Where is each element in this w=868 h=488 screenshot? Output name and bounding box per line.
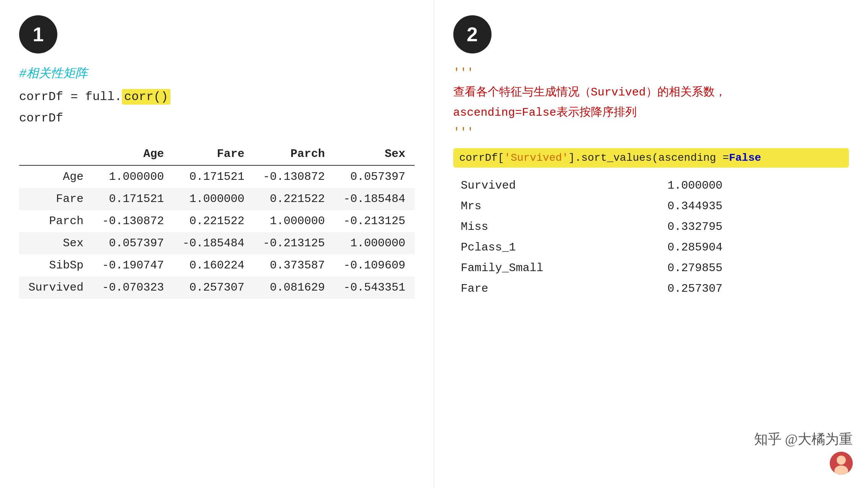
- row-label: Fare: [19, 188, 92, 210]
- cell-value: 1.000000: [92, 165, 173, 188]
- watermark: 知乎 @大橘为重: [754, 430, 853, 477]
- cell-value: 1.000000: [334, 232, 415, 254]
- code-corrdf-assign: corrDf = full.corr(): [19, 88, 415, 106]
- left-panel: 1 #相关性矩阵 corrDf = full.corr() corrDf Age…: [0, 0, 434, 488]
- result-label: Mrs: [453, 196, 615, 217]
- svg-point-1: [837, 456, 846, 465]
- comment-correlation-matrix: #相关性矩阵: [19, 65, 415, 82]
- col-header-age: Age: [92, 143, 173, 165]
- cell-value: 1.000000: [253, 210, 334, 232]
- code-sort-suffix: ].sort_values(ascending =: [568, 152, 729, 164]
- triple-quote-open: ''': [453, 65, 849, 81]
- code-false-keyword: False: [729, 152, 761, 164]
- table-row: Fare0.1715211.0000000.221522-0.185484: [19, 188, 415, 210]
- triple-quote-close: ''': [453, 124, 849, 141]
- result-value: 0.279855: [614, 258, 730, 278]
- sort-values-code: corrDf['Survived'].sort_values(ascending…: [453, 148, 849, 168]
- cell-value: -0.185484: [173, 232, 254, 254]
- correlation-table: Age Fare Parch Sex Age1.0000000.171521-0…: [19, 143, 415, 299]
- result-row: Miss0.332795: [453, 217, 730, 237]
- cell-value: 0.171521: [173, 165, 254, 188]
- badge-1: 1: [19, 15, 57, 53]
- result-label: Miss: [453, 217, 615, 237]
- comment-line-1: 查看各个特征与生成情况（Survived）的相关系数，: [453, 84, 849, 101]
- cell-value: 0.257307: [173, 276, 254, 299]
- code-survived-string: 'Survived': [504, 152, 568, 164]
- result-label: Family_Small: [453, 258, 615, 278]
- cell-value: 0.221522: [253, 188, 334, 210]
- result-row: Mrs0.344935: [453, 196, 730, 217]
- result-table: Survived1.000000Mrs0.344935Miss0.332795P…: [453, 175, 730, 299]
- cell-value: -0.130872: [92, 210, 173, 232]
- table-row: Parch-0.1308720.2215221.000000-0.213125: [19, 210, 415, 232]
- code-text-1: corrDf = full.: [19, 90, 122, 104]
- col-header-parch: Parch: [253, 143, 334, 165]
- result-label: Pclass_1: [453, 237, 615, 258]
- result-row: Family_Small0.279855: [453, 258, 730, 278]
- result-value: 0.257307: [614, 278, 730, 299]
- cell-value: 1.000000: [173, 188, 254, 210]
- code-corrdf-prefix: corrDf[: [459, 152, 505, 164]
- cell-value: 0.373587: [253, 254, 334, 276]
- result-value: 0.285904: [614, 237, 730, 258]
- result-value: 1.000000: [614, 175, 730, 196]
- cell-value: -0.190747: [92, 254, 173, 276]
- cell-value: -0.070323: [92, 276, 173, 299]
- code-corrdf: corrDf: [19, 109, 415, 128]
- table-row: SibSp-0.1907470.1602240.373587-0.109609: [19, 254, 415, 276]
- cell-value: 0.057397: [334, 165, 415, 188]
- table-row: Age1.0000000.171521-0.1308720.057397: [19, 165, 415, 188]
- row-label: Parch: [19, 210, 92, 232]
- table-row: Sex0.057397-0.185484-0.2131251.000000: [19, 232, 415, 254]
- cell-value: -0.185484: [334, 188, 415, 210]
- cell-value: 0.081629: [253, 276, 334, 299]
- badge-2: 2: [453, 15, 492, 53]
- comment-line-2: ascending=False表示按降序排列: [453, 104, 849, 121]
- cell-value: -0.213125: [253, 232, 334, 254]
- result-row: Fare0.257307: [453, 278, 730, 299]
- code-corr-highlight: corr(): [122, 89, 170, 105]
- col-header-fare: Fare: [173, 143, 254, 165]
- row-label: Survived: [19, 276, 92, 299]
- cell-value: -0.213125: [334, 210, 415, 232]
- result-value: 0.332795: [614, 217, 730, 237]
- result-row: Pclass_10.285904: [453, 237, 730, 258]
- watermark-avatar: [830, 452, 853, 475]
- result-label: Fare: [453, 278, 615, 299]
- right-panel: 2 ''' 查看各个特征与生成情况（Survived）的相关系数， ascend…: [434, 0, 868, 488]
- cell-value: -0.109609: [334, 254, 415, 276]
- result-value: 0.344935: [614, 196, 730, 217]
- cell-value: -0.130872: [253, 165, 334, 188]
- col-header-sex: Sex: [334, 143, 415, 165]
- result-row: Survived1.000000: [453, 175, 730, 196]
- watermark-text: 知乎 @大橘为重: [754, 430, 853, 449]
- cell-value: 0.171521: [92, 188, 173, 210]
- row-label: SibSp: [19, 254, 92, 276]
- cell-value: 0.160224: [173, 254, 254, 276]
- cell-value: 0.221522: [173, 210, 254, 232]
- cell-value: -0.543351: [334, 276, 415, 299]
- table-row: Survived-0.0703230.2573070.081629-0.5433…: [19, 276, 415, 299]
- result-label: Survived: [453, 175, 615, 196]
- row-label: Age: [19, 165, 92, 188]
- col-header-empty: [19, 143, 92, 165]
- row-label: Sex: [19, 232, 92, 254]
- cell-value: 0.057397: [92, 232, 173, 254]
- table-header-row: Age Fare Parch Sex: [19, 143, 415, 165]
